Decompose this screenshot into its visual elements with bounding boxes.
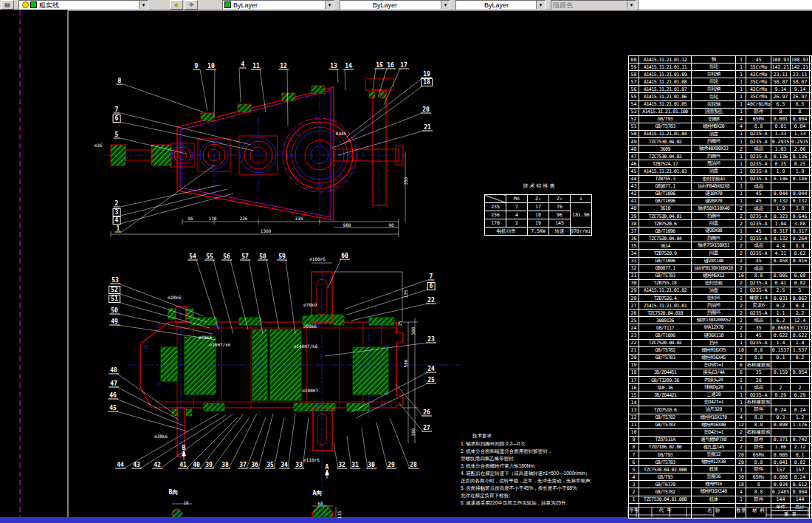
tt-footer-cell: 转速 [549,228,571,236]
tech-characteristics-table: 技术特性表 MnZ₁Z₂i23571776181.962364189617021… [484,182,595,236]
bom-row: 30TZB755.18密封垫板2Q235-A0.410.82 [629,279,812,287]
chevron-down-icon[interactable]: ▼ [441,1,450,9]
bom-cell [810,264,812,272]
tt-header: Mn [506,195,528,203]
bom-cell [810,71,812,78]
bom-cell: 35CrMo [746,78,771,86]
bom-row: 10垫D42t=12石棉橡胶板 [629,428,812,436]
bom-cell [810,451,812,458]
bom-cell: TZB7520.9 [639,250,692,257]
bom-cell [810,302,812,310]
bom-cell: 油盘 [692,168,736,175]
dimension-label: ⌀28k6 [168,295,181,300]
bom-cell: 挡圈环 [692,138,736,146]
chevron-down-icon[interactable]: ▼ [139,1,148,9]
bom-cell [810,160,812,168]
linetype-combo-value: ByLayer [373,1,397,9]
dimension-label: 236 [240,216,248,221]
layers-dialog-button[interactable]: ▤ [1,0,14,10]
bom-cell [810,86,812,93]
bom-cell: 2 [771,384,790,392]
bom-cell: 0.1 [790,451,809,458]
bom-cell: 9 [629,436,639,443]
balloon-14: 14 [343,63,354,70]
bom-cell [810,78,812,86]
bom-cell [771,264,790,272]
bom-cell: 2 [736,220,746,228]
bom-cell: 2 [736,250,746,257]
bom-cell [810,488,812,496]
dimension-label: ⌀70k9 [303,302,317,307]
bom-cell [810,228,812,235]
bom-cell [810,212,812,219]
chevron-down-icon[interactable]: ▼ [536,1,545,9]
bom-cell: 4 [736,123,746,130]
tt-cell: 170 [485,219,506,228]
bom-cell: 2.2 [790,310,809,317]
bom-row: 46TZB7524.17甩油环1Q235-A0.250.25 [629,160,812,168]
bom-cell: 成品 [746,264,771,272]
bom-cell [810,175,812,182]
bom-cell: 密封垫板41 [692,175,736,182]
bom-cell: 2 [736,287,746,294]
bom-cell: 1 [736,182,746,190]
bom-cell: 成品 [746,146,771,153]
color-combo[interactable]: ByLayer ▼ [222,0,334,10]
bom-cell: 0.29 [771,392,790,399]
bom-row: 17GB/T3289.26内接头20220 [629,377,812,384]
bom-cell: 35CrMo [746,93,771,100]
layer-combo[interactable]: 粗实线 ▼ [18,0,148,10]
linetype-combo[interactable]: ByLayer ▼ [340,0,450,10]
balloon-2: 2 [114,200,120,208]
layer-previous-button[interactable]: ❖ [185,0,198,10]
layer-on-lightbulb-icon[interactable] [22,1,29,8]
bom-cell: 0.2935 [790,138,809,146]
balloon-46: 46 [108,392,118,400]
bom-row: 57A1415.31.21.01.08齿轮135CrMo58.0758.07 [629,78,812,86]
bom-cell: 32 [629,264,639,272]
chevron-down-icon[interactable]: ▼ [325,1,334,9]
bom-cell: 48 [629,146,639,153]
bom-cell: 通气帽NP7X8 [692,436,736,443]
bom-cell [790,264,809,272]
bom-cell [810,197,812,205]
bom-cell: 157 [771,466,790,474]
bom-cell: 部件 [746,406,771,414]
bom-cell [771,377,790,384]
lineweight-combo[interactable]: ByLayer ▼ [455,0,546,10]
tt-cell: 2 [506,219,528,228]
bom-cell: 40 [629,205,639,212]
bom-row: 4GB/T93垫圈163065Mn0.0080.24 [629,474,812,481]
drawing-canvas[interactable]: 8765234191041112131415161719182021535251… [0,10,812,517]
bom-cell: 18 [736,481,746,488]
bom-cell: 29 [629,287,639,294]
bom-cell: 0.0686 [771,324,790,332]
bom-cell: 键28X140 [692,257,736,264]
bom-cell: 0.24 [790,474,809,481]
bom-cell: 0.146 [771,175,790,182]
bom-cell: 键36X110 [692,332,736,339]
bom-cell: A1415.31.21.01.07 [639,86,692,93]
bom-row: 24GB/T117销A12X702350.06860.1372 [629,324,812,332]
bom-cell: 53 [629,108,639,115]
bom-cell: Z1415.31.21.01.01 [639,302,692,310]
bom-cell: 6 [736,369,746,376]
bom-row: 483609轴承40X90X332成品1.032.06 [629,146,812,153]
bom-row: 41GB/T1096键20X701450.1320.132 [629,197,812,205]
bom-row: 21GB/T5782螺栓M16X75108.80.15371.537 [629,346,812,354]
bom-cell: 0.004 [790,115,809,123]
bom-row: 12GB/T5782螺栓M16X17048.80.31.2 [629,414,812,421]
bom-cell: 2 [736,295,746,302]
make-object-layer-current-button[interactable]: ◆ [170,0,183,10]
bom-cell: 1.537 [790,346,809,354]
balloon-7: 7 [114,106,120,114]
bom-cell: 闷盖 [692,220,736,228]
bom-cell: 齿轮 [692,78,736,86]
bom-cell: A1415.31.21.01.09 [639,71,692,78]
bom-cell: 垫圈12 [692,451,736,458]
bom-cell: 7 [629,451,639,458]
bom-cell [810,242,812,250]
bom-row: 253009126轴承130X200X522成品6.212.4 [629,317,812,324]
bom-cell [810,414,812,421]
bom-cell [771,428,790,436]
